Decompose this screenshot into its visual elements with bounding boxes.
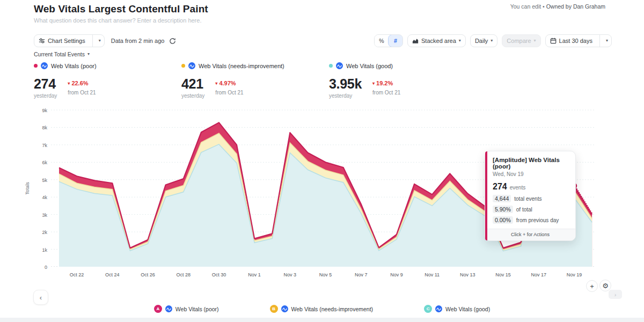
value-format-toggle: % # [374,34,403,47]
metric-change: ▾ 22.6% [68,80,96,86]
series-name: Web Vitals (needs-improvement) [199,63,284,69]
down-triangle-icon: ▾ [372,81,375,86]
metric-selector-dropdown[interactable]: Current Total Events ▾ [34,51,90,57]
pan-left-button[interactable]: ‹ [33,290,48,305]
tooltip-row: 5.90% of total [493,206,569,213]
down-triangle-icon: ▾ [68,81,70,86]
toolbar-right: % # Stacked area ▾ Daily ▾ Compare ▾ [374,34,612,47]
chevron-down-icon: ▾ [606,39,608,43]
metric-compare-label: from Oct 21 [68,90,96,96]
legend-label: Web Vitals (poor) [175,306,219,312]
series-header[interactable]: Web Vitals (good) [329,62,400,69]
metric-card-poor: Web Vitals (poor) 274 yesterday ▾ 22.6% … [34,62,97,99]
legend-label: Web Vitals (good) [445,306,490,312]
series-header[interactable]: Web Vitals (poor) [34,62,97,69]
series-badge: C [424,305,432,313]
amplitude-logo-icon [41,62,48,69]
divider [92,35,93,47]
metric-card-good: Web Vitals (good) 3.95k yesterday ▾ 19.2… [329,62,400,99]
metric-change: ▾ 19.2% [372,80,400,86]
metric-value: 274 [34,76,57,92]
chart-type-select[interactable]: Stacked area ▾ [407,34,466,47]
interval-label: Daily [475,38,488,44]
series-color-dot [34,64,38,68]
sliders-icon [39,38,45,44]
percent-toggle[interactable]: % [375,35,389,47]
number-toggle[interactable]: # [389,35,402,47]
compare-label: Compare [507,38,531,44]
metric-value: 421 [181,76,204,92]
ownership-status: You can edit • Owned by Dan Graham [510,3,605,10]
metric-value: 3.95k [329,76,362,92]
chevron-down-icon: ▾ [87,52,90,56]
series-name: Web Vitals (good) [346,63,393,69]
series-badge: B [270,305,278,313]
chevron-down-icon: ▾ [99,39,101,43]
amplitude-logo-icon [336,62,343,69]
metric-card-needs-improvement: Web Vitals (needs-improvement) 421 yeste… [181,62,284,99]
legend-item-good[interactable]: C Web Vitals (good) [424,305,490,313]
y-axis-tick-labels: 01k2k3k4k5k6k7k8k9k [31,110,47,267]
tooltip-value-unit: events [510,185,525,191]
metric-compare-label: from Oct 21 [215,90,243,96]
date-range-label: Last 30 days [559,38,592,44]
series-color-dot [329,64,333,68]
page-title: Web Vitals Largest Contentful Paint [34,3,208,15]
bullet-separator: • [543,3,545,10]
metric-period: yesterday [329,93,362,99]
toolbar-left: Chart Settings ▾ Data from 2 min ago [34,34,176,47]
series-header[interactable]: Web Vitals (needs-improvement) [181,62,284,69]
divider [599,35,600,47]
y-axis-title: Totals [24,110,31,267]
chevron-down-icon: ▾ [534,39,536,43]
down-triangle-icon: ▾ [215,81,217,86]
chart-type-label: Stacked area [421,38,456,44]
x-axis-tick-labels: Oct 22Oct 24Oct 26Oct 28Oct 30Nov 1Nov 3… [51,272,594,280]
chevron-down-icon: ▾ [491,39,493,43]
amplitude-logo-icon [281,305,288,312]
calendar-icon [550,38,557,44]
chart-settings-button[interactable]: Chart Settings ▾ [34,34,105,47]
add-annotation-button[interactable]: + [586,280,598,292]
amplitude-logo-icon [165,305,172,312]
chart-legend: A Web Vitals (poor) B Web Vitals (needs-… [0,305,644,313]
amplitude-logo-icon [188,62,195,69]
amplitude-logo-icon [435,305,442,312]
tooltip-series-title: [Amplitude] Web Vitals (poor) [493,157,569,170]
date-range-select[interactable]: Last 30 days ▾ [545,34,612,47]
chart-tooltip: [Amplitude] Web Vitals (poor) Wed, Nov 1… [485,151,576,241]
chevron-down-icon: ▾ [459,39,461,43]
tooltip-date: Wed, Nov 19 [493,171,569,177]
access-label: You can edit [510,3,541,10]
interval-select[interactable]: Daily ▾ [470,34,497,47]
series-color-dot [181,64,185,68]
chart-settings-label: Chart Settings [48,38,85,44]
description-placeholder[interactable]: What question does this chart answer? En… [34,17,201,24]
legend-label: Web Vitals (needs-improvement) [291,306,374,312]
bottom-edge-strip [0,318,644,322]
legend-item-needs-improvement[interactable]: B Web Vitals (needs-improvement) [270,305,374,313]
refresh-button[interactable] [169,38,176,45]
data-freshness-label: Data from 2 min ago [111,38,165,44]
metric-selector-label: Current Total Events [34,51,85,57]
pan-right-button-disabled: › [609,290,622,299]
legend-item-poor[interactable]: A Web Vitals (poor) [154,305,219,313]
metric-period: yesterday [181,93,204,99]
tooltip-actions-hint: Click + for Actions [485,229,575,240]
metric-period: yesterday [34,93,57,99]
series-name: Web Vitals (poor) [51,63,97,69]
stacked-area-icon [412,38,419,44]
metric-change: ▾ 4.97% [215,80,243,86]
amplitude-chart-page: Web Vitals Largest Contentful Paint What… [0,0,644,322]
tooltip-row: 0.00% from previous day [493,216,569,224]
owner-label: Owned by Dan Graham [546,3,605,10]
series-badge: A [154,305,162,313]
metric-compare-label: from Oct 21 [372,90,400,96]
compare-select: Compare ▾ [502,34,540,47]
tooltip-value: 274 [493,182,507,192]
tooltip-row: 4,644 total events [493,195,569,202]
